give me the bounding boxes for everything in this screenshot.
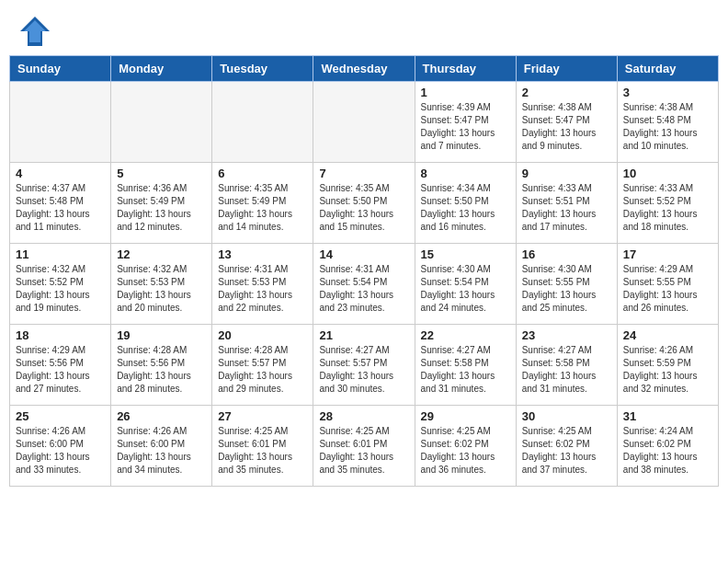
calendar-cell-16: 16Sunrise: 4:30 AMSunset: 5:55 PMDayligh… (516, 244, 617, 325)
day-number: 18 (16, 328, 105, 342)
calendar-cell-21: 21Sunrise: 4:27 AMSunset: 5:57 PMDayligh… (313, 325, 415, 406)
week-row-2: 4Sunrise: 4:37 AMSunset: 5:48 PMDaylight… (10, 163, 719, 244)
day-info: Sunrise: 4:31 AMSunset: 5:54 PMDaylight:… (319, 263, 408, 315)
day-info: Sunrise: 4:28 AMSunset: 5:56 PMDaylight:… (117, 344, 206, 396)
day-info: Sunrise: 4:32 AMSunset: 5:53 PMDaylight:… (117, 263, 206, 315)
day-info: Sunrise: 4:26 AMSunset: 5:59 PMDaylight:… (623, 344, 712, 396)
calendar-cell-24: 24Sunrise: 4:26 AMSunset: 5:59 PMDayligh… (617, 325, 718, 406)
day-info: Sunrise: 4:27 AMSunset: 5:58 PMDaylight:… (421, 344, 510, 396)
calendar-cell-2: 2Sunrise: 4:38 AMSunset: 5:47 PMDaylight… (516, 82, 617, 163)
calendar-cell-18: 18Sunrise: 4:29 AMSunset: 5:56 PMDayligh… (10, 325, 111, 406)
day-info: Sunrise: 4:36 AMSunset: 5:49 PMDaylight:… (117, 182, 206, 234)
calendar-cell-10: 10Sunrise: 4:33 AMSunset: 5:52 PMDayligh… (617, 163, 718, 244)
calendar-cell-8: 8Sunrise: 4:34 AMSunset: 5:50 PMDaylight… (415, 163, 516, 244)
calendar-cell-4: 4Sunrise: 4:37 AMSunset: 5:48 PMDaylight… (10, 163, 111, 244)
calendar-cell-empty (212, 82, 313, 163)
day-info: Sunrise: 4:29 AMSunset: 5:56 PMDaylight:… (16, 344, 105, 396)
day-number: 17 (623, 247, 712, 261)
day-info: Sunrise: 4:31 AMSunset: 5:53 PMDaylight:… (218, 263, 307, 315)
calendar-cell-7: 7Sunrise: 4:35 AMSunset: 5:50 PMDaylight… (313, 163, 415, 244)
day-number: 2 (522, 86, 611, 99)
day-info: Sunrise: 4:26 AMSunset: 6:00 PMDaylight:… (16, 425, 105, 477)
day-number: 15 (421, 247, 510, 261)
day-number: 3 (623, 86, 712, 99)
weekday-header-sunday: Sunday (10, 56, 111, 82)
day-info: Sunrise: 4:28 AMSunset: 5:57 PMDaylight:… (218, 344, 307, 396)
day-info: Sunrise: 4:33 AMSunset: 5:52 PMDaylight:… (623, 182, 712, 234)
day-number: 23 (522, 328, 611, 342)
weekday-header-thursday: Thursday (415, 56, 516, 82)
day-info: Sunrise: 4:24 AMSunset: 6:02 PMDaylight:… (623, 425, 712, 477)
week-row-1: 1Sunrise: 4:39 AMSunset: 5:47 PMDaylight… (10, 82, 719, 163)
weekday-header-friday: Friday (516, 56, 617, 82)
logo-icon (18, 15, 51, 48)
day-number: 28 (319, 409, 408, 423)
day-number: 10 (623, 167, 712, 180)
day-info: Sunrise: 4:30 AMSunset: 5:55 PMDaylight:… (522, 263, 611, 315)
day-number: 24 (623, 328, 712, 342)
day-info: Sunrise: 4:33 AMSunset: 5:51 PMDaylight:… (522, 182, 611, 234)
day-number: 14 (319, 247, 408, 261)
day-info: Sunrise: 4:25 AMSunset: 6:02 PMDaylight:… (522, 425, 611, 477)
day-number: 13 (218, 247, 307, 261)
day-info: Sunrise: 4:35 AMSunset: 5:50 PMDaylight:… (319, 182, 408, 234)
weekday-header-monday: Monday (111, 56, 212, 82)
page-header (0, 0, 728, 55)
weekday-header-saturday: Saturday (617, 56, 718, 82)
day-number: 7 (319, 167, 408, 180)
calendar-cell-29: 29Sunrise: 4:25 AMSunset: 6:02 PMDayligh… (415, 406, 516, 487)
day-number: 1 (421, 86, 510, 99)
day-number: 25 (16, 409, 105, 423)
day-info: Sunrise: 4:37 AMSunset: 5:48 PMDaylight:… (16, 182, 105, 234)
day-number: 26 (117, 409, 206, 423)
calendar-table: SundayMondayTuesdayWednesdayThursdayFrid… (9, 55, 719, 487)
day-info: Sunrise: 4:34 AMSunset: 5:50 PMDaylight:… (421, 182, 510, 234)
calendar-cell-11: 11Sunrise: 4:32 AMSunset: 5:52 PMDayligh… (10, 244, 111, 325)
day-info: Sunrise: 4:35 AMSunset: 5:49 PMDaylight:… (218, 182, 307, 234)
day-number: 30 (522, 409, 611, 423)
day-info: Sunrise: 4:38 AMSunset: 5:48 PMDaylight:… (623, 101, 712, 153)
calendar-cell-1: 1Sunrise: 4:39 AMSunset: 5:47 PMDaylight… (415, 82, 516, 163)
calendar-cell-23: 23Sunrise: 4:27 AMSunset: 5:58 PMDayligh… (516, 325, 617, 406)
calendar-cell-3: 3Sunrise: 4:38 AMSunset: 5:48 PMDaylight… (617, 82, 718, 163)
calendar-cell-31: 31Sunrise: 4:24 AMSunset: 6:02 PMDayligh… (617, 406, 718, 487)
calendar-cell-19: 19Sunrise: 4:28 AMSunset: 5:56 PMDayligh… (111, 325, 212, 406)
day-number: 11 (16, 247, 105, 261)
calendar-cell-empty (313, 82, 415, 163)
day-info: Sunrise: 4:25 AMSunset: 6:01 PMDaylight:… (319, 425, 408, 477)
calendar-cell-27: 27Sunrise: 4:25 AMSunset: 6:01 PMDayligh… (212, 406, 313, 487)
svg-marker-2 (24, 20, 46, 42)
day-info: Sunrise: 4:27 AMSunset: 5:58 PMDaylight:… (522, 344, 611, 396)
day-number: 6 (218, 167, 307, 180)
weekday-header-wednesday: Wednesday (313, 56, 415, 82)
calendar-cell-26: 26Sunrise: 4:26 AMSunset: 6:00 PMDayligh… (111, 406, 212, 487)
day-info: Sunrise: 4:39 AMSunset: 5:47 PMDaylight:… (421, 101, 510, 153)
calendar-cell-12: 12Sunrise: 4:32 AMSunset: 5:53 PMDayligh… (111, 244, 212, 325)
day-number: 29 (421, 409, 510, 423)
day-number: 8 (421, 167, 510, 180)
calendar-cell-28: 28Sunrise: 4:25 AMSunset: 6:01 PMDayligh… (313, 406, 415, 487)
calendar-cell-empty (111, 82, 212, 163)
week-row-4: 18Sunrise: 4:29 AMSunset: 5:56 PMDayligh… (10, 325, 719, 406)
calendar-cell-13: 13Sunrise: 4:31 AMSunset: 5:53 PMDayligh… (212, 244, 313, 325)
calendar-cell-14: 14Sunrise: 4:31 AMSunset: 5:54 PMDayligh… (313, 244, 415, 325)
day-number: 12 (117, 247, 206, 261)
day-info: Sunrise: 4:26 AMSunset: 6:00 PMDaylight:… (117, 425, 206, 477)
day-number: 16 (522, 247, 611, 261)
calendar-cell-6: 6Sunrise: 4:35 AMSunset: 5:49 PMDaylight… (212, 163, 313, 244)
calendar-cell-20: 20Sunrise: 4:28 AMSunset: 5:57 PMDayligh… (212, 325, 313, 406)
weekday-header-tuesday: Tuesday (212, 56, 313, 82)
day-number: 9 (522, 167, 611, 180)
day-info: Sunrise: 4:32 AMSunset: 5:52 PMDaylight:… (16, 263, 105, 315)
calendar-cell-25: 25Sunrise: 4:26 AMSunset: 6:00 PMDayligh… (10, 406, 111, 487)
day-number: 20 (218, 328, 307, 342)
calendar-cell-9: 9Sunrise: 4:33 AMSunset: 5:51 PMDaylight… (516, 163, 617, 244)
week-row-3: 11Sunrise: 4:32 AMSunset: 5:52 PMDayligh… (10, 244, 719, 325)
day-number: 4 (16, 167, 105, 180)
day-info: Sunrise: 4:27 AMSunset: 5:57 PMDaylight:… (319, 344, 408, 396)
day-info: Sunrise: 4:29 AMSunset: 5:55 PMDaylight:… (623, 263, 712, 315)
day-number: 19 (117, 328, 206, 342)
day-number: 22 (421, 328, 510, 342)
calendar-wrapper: SundayMondayTuesdayWednesdayThursdayFrid… (0, 55, 728, 496)
day-info: Sunrise: 4:25 AMSunset: 6:02 PMDaylight:… (421, 425, 510, 477)
